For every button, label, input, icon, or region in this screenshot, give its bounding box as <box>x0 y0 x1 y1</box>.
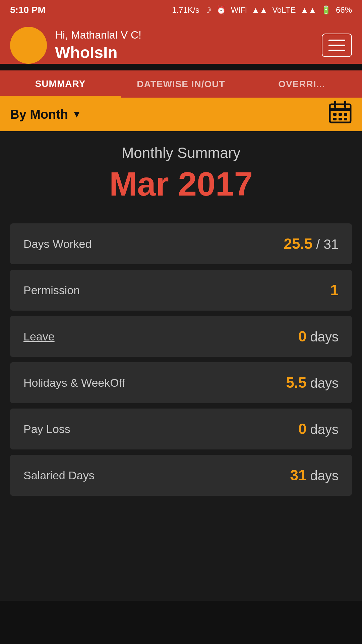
summary-card-0: Days Worked25.5 / 31 <box>10 223 352 264</box>
avatar <box>10 27 47 64</box>
summary-card-4: Pay Loss0 days <box>10 409 352 449</box>
card-label-0: Days Worked <box>23 237 92 251</box>
summary-card-3: Holidays & WeekOff5.5 days <box>10 362 352 403</box>
summary-card-1: Permission1 <box>10 270 352 311</box>
svg-rect-6 <box>344 113 347 116</box>
card-label-5: Salaried Days <box>23 469 95 482</box>
hamburger-line-2 <box>328 45 345 46</box>
volte-label: VoLTE <box>272 5 296 15</box>
svg-rect-7 <box>333 118 337 120</box>
summary-cards: Days Worked25.5 / 31Permission1Leave0 da… <box>10 223 352 496</box>
summary-card-5: Salaried Days31 days <box>10 455 352 496</box>
card-label-1: Permission <box>23 284 80 297</box>
moon-icon: ☽ <box>204 5 212 15</box>
nav-tabs: SUMMARY DATEWISE IN/OUT OVERRI... <box>0 70 362 98</box>
filter-bar: By Month ▼ <box>0 98 362 131</box>
svg-rect-5 <box>339 113 342 116</box>
network-speed: 1.71K/s <box>172 5 199 15</box>
svg-rect-1 <box>330 108 351 111</box>
svg-rect-9 <box>344 118 347 120</box>
status-bar: 5:10 PM 1.71K/s ☽ ⏰ WiFi ▲▲ VoLTE ▲▲ 🔋 6… <box>0 0 362 20</box>
filter-dropdown[interactable]: By Month ▼ <box>10 107 81 122</box>
header-text: Hi, Mathanlal V C! WhoIsIn <box>55 29 141 62</box>
calendar-icon[interactable] <box>328 100 352 128</box>
filter-label: By Month <box>10 107 68 122</box>
card-label-3: Holidays & WeekOff <box>23 376 125 389</box>
card-value-0: 25.5 / 31 <box>284 235 339 252</box>
summary-card-2: Leave0 days <box>10 316 352 357</box>
card-label-4: Pay Loss <box>23 423 70 436</box>
menu-button[interactable] <box>322 34 352 57</box>
status-icons: 1.71K/s ☽ ⏰ WiFi ▲▲ VoLTE ▲▲ 🔋 66% <box>172 5 352 15</box>
card-value-2: 0 days <box>298 328 339 345</box>
header: Hi, Mathanlal V C! WhoIsIn <box>0 20 362 64</box>
card-value-3: 5.5 days <box>286 374 339 391</box>
app-name: WhoIsIn <box>55 43 141 62</box>
card-value-5: 31 days <box>290 467 339 484</box>
card-value-1: 1 <box>330 282 339 299</box>
status-time: 5:10 PM <box>10 5 46 15</box>
card-label-2: Leave <box>23 330 55 343</box>
svg-rect-4 <box>333 113 337 116</box>
signal-icon: ▲▲ <box>252 5 268 15</box>
hamburger-line-1 <box>328 40 345 41</box>
battery-percent: 66% <box>336 5 352 15</box>
main-content: Monthly Summary Mar 2017 Days Worked25.5… <box>0 131 362 601</box>
card-value-4: 0 days <box>298 421 339 437</box>
section-title: Monthly Summary <box>10 145 352 161</box>
chevron-down-icon: ▼ <box>72 109 81 120</box>
tab-datewise[interactable]: DATEWISE IN/OUT <box>121 71 241 98</box>
tab-override[interactable]: OVERRI... <box>241 71 362 98</box>
wifi-icon: WiFi <box>231 5 247 15</box>
greeting-text: Hi, Mathanlal V C! <box>55 29 141 41</box>
signal-icon-2: ▲▲ <box>300 5 316 15</box>
tab-summary[interactable]: SUMMARY <box>0 70 121 98</box>
month-year: Mar 2017 <box>10 165 352 203</box>
alarm-icon: ⏰ <box>216 5 226 15</box>
header-left: Hi, Mathanlal V C! WhoIsIn <box>10 27 141 64</box>
svg-rect-8 <box>339 118 342 120</box>
hamburger-line-3 <box>328 50 345 51</box>
battery-icon: 🔋 <box>321 5 331 15</box>
